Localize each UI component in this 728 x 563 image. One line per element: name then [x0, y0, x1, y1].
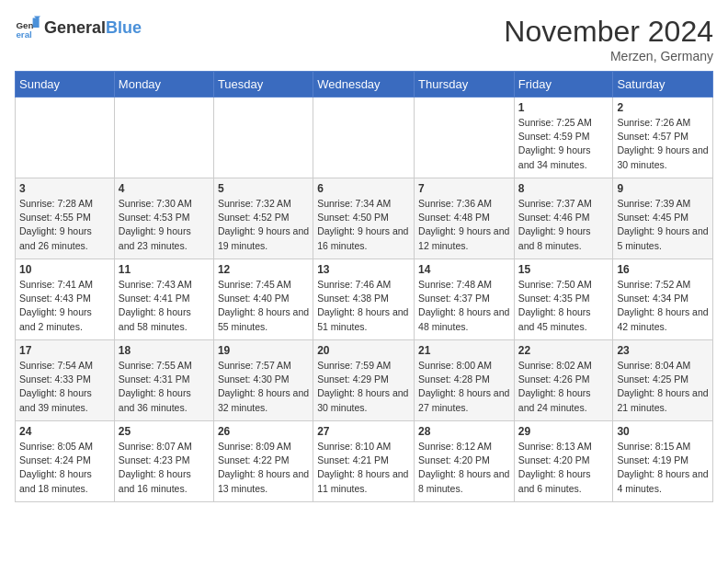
- day-cell: [16, 98, 115, 178]
- day-info: Sunrise: 7:54 AMSunset: 4:33 PMDaylight:…: [19, 359, 110, 415]
- day-cell: 9Sunrise: 7:39 AMSunset: 4:45 PMDaylight…: [613, 178, 713, 259]
- day-number: 1: [518, 101, 609, 114]
- day-info: Sunrise: 7:52 AMSunset: 4:34 PMDaylight:…: [617, 278, 709, 334]
- day-cell: 14Sunrise: 7:48 AMSunset: 4:37 PMDayligh…: [415, 259, 515, 340]
- day-cell: 6Sunrise: 7:34 AMSunset: 4:50 PMDaylight…: [313, 178, 415, 259]
- day-info: Sunrise: 7:50 AMSunset: 4:35 PMDaylight:…: [518, 278, 609, 334]
- day-number: 13: [317, 263, 410, 276]
- day-number: 12: [218, 263, 309, 276]
- title-block: November 2024 Merzen, Germany: [504, 15, 713, 63]
- day-info: Sunrise: 7:30 AMSunset: 4:53 PMDaylight:…: [119, 197, 210, 253]
- day-number: 22: [518, 344, 609, 357]
- col-monday: Monday: [114, 72, 213, 98]
- day-cell: [213, 98, 313, 178]
- day-info: Sunrise: 7:28 AMSunset: 4:55 PMDaylight:…: [19, 197, 110, 253]
- day-cell: [114, 98, 213, 178]
- day-info: Sunrise: 8:04 AMSunset: 4:25 PMDaylight:…: [617, 359, 709, 415]
- day-number: 20: [317, 344, 410, 357]
- col-wednesday: Wednesday: [313, 72, 415, 98]
- logo-icon: Gen eral: [15, 15, 40, 40]
- logo-blue: Blue: [106, 18, 142, 37]
- day-number: 18: [119, 344, 210, 357]
- day-info: Sunrise: 8:12 AMSunset: 4:20 PMDaylight:…: [418, 440, 510, 496]
- day-cell: [415, 98, 515, 178]
- day-cell: 4Sunrise: 7:30 AMSunset: 4:53 PMDaylight…: [114, 178, 213, 259]
- day-number: 2: [617, 101, 709, 114]
- day-number: 16: [617, 263, 709, 276]
- day-number: 26: [218, 425, 309, 438]
- day-number: 5: [218, 182, 309, 195]
- day-number: 23: [617, 344, 709, 357]
- day-info: Sunrise: 7:48 AMSunset: 4:37 PMDaylight:…: [418, 278, 510, 334]
- col-saturday: Saturday: [613, 72, 713, 98]
- day-cell: 1Sunrise: 7:25 AMSunset: 4:59 PMDaylight…: [514, 98, 613, 178]
- day-cell: 11Sunrise: 7:43 AMSunset: 4:41 PMDayligh…: [114, 259, 213, 340]
- day-number: 11: [119, 263, 210, 276]
- day-info: Sunrise: 7:36 AMSunset: 4:48 PMDaylight:…: [418, 197, 510, 253]
- day-cell: 23Sunrise: 8:04 AMSunset: 4:25 PMDayligh…: [613, 340, 713, 421]
- day-cell: 10Sunrise: 7:41 AMSunset: 4:43 PMDayligh…: [16, 259, 115, 340]
- day-cell: 5Sunrise: 7:32 AMSunset: 4:52 PMDaylight…: [213, 178, 313, 259]
- day-cell: 15Sunrise: 7:50 AMSunset: 4:35 PMDayligh…: [514, 259, 613, 340]
- day-info: Sunrise: 8:15 AMSunset: 4:19 PMDaylight:…: [617, 440, 709, 496]
- day-number: 8: [518, 182, 609, 195]
- logo-general: General: [44, 18, 106, 37]
- logo: Gen eral GeneralBlue: [15, 15, 142, 40]
- day-info: Sunrise: 7:45 AMSunset: 4:40 PMDaylight:…: [218, 278, 309, 334]
- day-cell: 30Sunrise: 8:15 AMSunset: 4:19 PMDayligh…: [613, 421, 713, 502]
- day-info: Sunrise: 7:55 AMSunset: 4:31 PMDaylight:…: [119, 359, 210, 415]
- day-number: 17: [19, 344, 110, 357]
- day-cell: 13Sunrise: 7:46 AMSunset: 4:38 PMDayligh…: [313, 259, 415, 340]
- day-info: Sunrise: 8:02 AMSunset: 4:26 PMDaylight:…: [518, 359, 609, 415]
- day-cell: 21Sunrise: 8:00 AMSunset: 4:28 PMDayligh…: [415, 340, 515, 421]
- day-cell: 27Sunrise: 8:10 AMSunset: 4:21 PMDayligh…: [313, 421, 415, 502]
- day-cell: 29Sunrise: 8:13 AMSunset: 4:20 PMDayligh…: [514, 421, 613, 502]
- day-info: Sunrise: 8:07 AMSunset: 4:23 PMDaylight:…: [119, 440, 210, 496]
- day-number: 6: [317, 182, 410, 195]
- day-number: 4: [119, 182, 210, 195]
- day-info: Sunrise: 7:39 AMSunset: 4:45 PMDaylight:…: [617, 197, 709, 253]
- day-number: 3: [19, 182, 110, 195]
- day-info: Sunrise: 8:09 AMSunset: 4:22 PMDaylight:…: [218, 440, 309, 496]
- day-cell: 8Sunrise: 7:37 AMSunset: 4:46 PMDaylight…: [514, 178, 613, 259]
- day-number: 25: [119, 425, 210, 438]
- day-number: 27: [317, 425, 410, 438]
- day-cell: 20Sunrise: 7:59 AMSunset: 4:29 PMDayligh…: [313, 340, 415, 421]
- day-number: 7: [418, 182, 510, 195]
- day-cell: 28Sunrise: 8:12 AMSunset: 4:20 PMDayligh…: [415, 421, 515, 502]
- col-sunday: Sunday: [16, 72, 115, 98]
- day-info: Sunrise: 8:13 AMSunset: 4:20 PMDaylight:…: [518, 440, 609, 496]
- day-cell: 7Sunrise: 7:36 AMSunset: 4:48 PMDaylight…: [415, 178, 515, 259]
- week-row-5: 24Sunrise: 8:05 AMSunset: 4:24 PMDayligh…: [16, 421, 713, 502]
- col-thursday: Thursday: [415, 72, 515, 98]
- day-info: Sunrise: 7:34 AMSunset: 4:50 PMDaylight:…: [317, 197, 410, 253]
- week-row-4: 17Sunrise: 7:54 AMSunset: 4:33 PMDayligh…: [16, 340, 713, 421]
- day-info: Sunrise: 7:37 AMSunset: 4:46 PMDaylight:…: [518, 197, 609, 253]
- day-info: Sunrise: 7:43 AMSunset: 4:41 PMDaylight:…: [119, 278, 210, 334]
- day-cell: 26Sunrise: 8:09 AMSunset: 4:22 PMDayligh…: [213, 421, 313, 502]
- day-info: Sunrise: 7:59 AMSunset: 4:29 PMDaylight:…: [317, 359, 410, 415]
- day-number: 14: [418, 263, 510, 276]
- day-info: Sunrise: 8:05 AMSunset: 4:24 PMDaylight:…: [19, 440, 110, 496]
- day-number: 15: [518, 263, 609, 276]
- day-number: 10: [19, 263, 110, 276]
- day-number: 19: [218, 344, 309, 357]
- day-number: 9: [617, 182, 709, 195]
- day-info: Sunrise: 7:41 AMSunset: 4:43 PMDaylight:…: [19, 278, 110, 334]
- day-info: Sunrise: 7:46 AMSunset: 4:38 PMDaylight:…: [317, 278, 410, 334]
- week-row-3: 10Sunrise: 7:41 AMSunset: 4:43 PMDayligh…: [16, 259, 713, 340]
- day-info: Sunrise: 7:25 AMSunset: 4:59 PMDaylight:…: [518, 116, 609, 172]
- day-cell: 19Sunrise: 7:57 AMSunset: 4:30 PMDayligh…: [213, 340, 313, 421]
- day-cell: 3Sunrise: 7:28 AMSunset: 4:55 PMDaylight…: [16, 178, 115, 259]
- day-number: 28: [418, 425, 510, 438]
- calendar-header-row: Sunday Monday Tuesday Wednesday Thursday…: [16, 72, 713, 98]
- day-info: Sunrise: 8:00 AMSunset: 4:28 PMDaylight:…: [418, 359, 510, 415]
- svg-marker-2: [33, 18, 40, 29]
- week-row-2: 3Sunrise: 7:28 AMSunset: 4:55 PMDaylight…: [16, 178, 713, 259]
- day-cell: 16Sunrise: 7:52 AMSunset: 4:34 PMDayligh…: [613, 259, 713, 340]
- day-info: Sunrise: 7:57 AMSunset: 4:30 PMDaylight:…: [218, 359, 309, 415]
- calendar-table: Sunday Monday Tuesday Wednesday Thursday…: [15, 71, 713, 502]
- page-header: Gen eral GeneralBlue November 2024 Merze…: [15, 15, 713, 63]
- day-number: 30: [617, 425, 709, 438]
- location: Merzen, Germany: [504, 49, 713, 63]
